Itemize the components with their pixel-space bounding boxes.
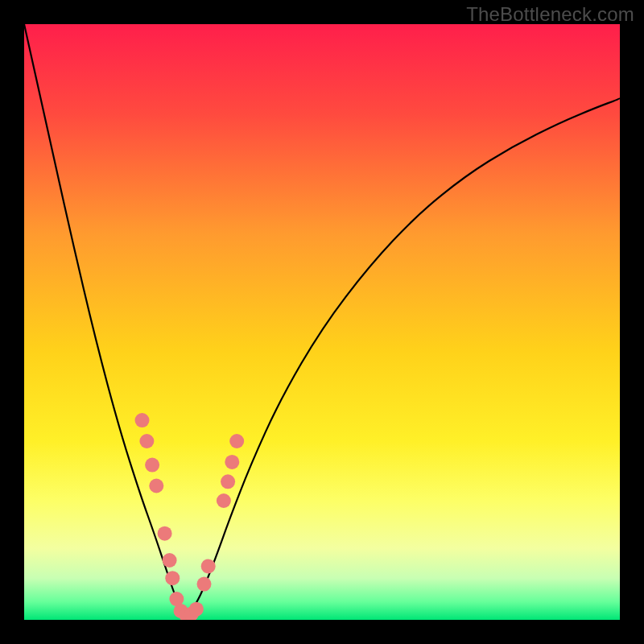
curve-markers	[135, 413, 245, 620]
outer-frame: TheBottleneck.com	[0, 0, 644, 644]
curve-marker	[135, 413, 150, 427]
curve-marker	[197, 577, 212, 592]
curve-marker	[158, 526, 172, 541]
bottleneck-curve	[24, 24, 620, 612]
curve-marker	[189, 602, 204, 617]
curve-marker	[229, 434, 244, 448]
curve-marker	[201, 559, 216, 573]
plot-area	[24, 24, 620, 620]
curve-marker	[149, 479, 163, 493]
curve-layer	[24, 24, 620, 620]
curve-marker	[225, 455, 239, 469]
curve-marker	[145, 458, 159, 473]
curve-marker	[221, 474, 235, 489]
watermark-text: TheBottleneck.com	[466, 3, 634, 26]
curve-marker	[163, 553, 177, 568]
curve-marker	[139, 434, 154, 448]
curve-marker	[165, 571, 180, 585]
curve-marker	[217, 493, 231, 508]
